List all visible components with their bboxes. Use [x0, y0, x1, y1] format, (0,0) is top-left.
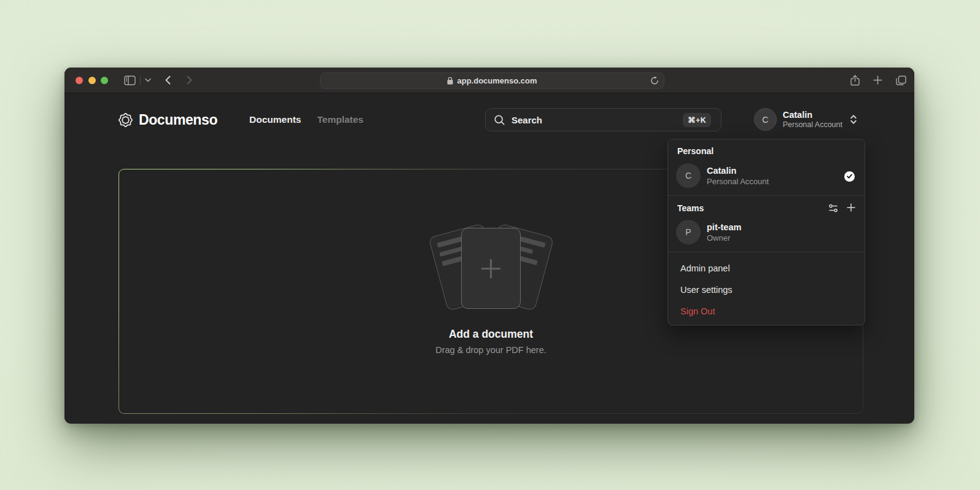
account-menu-trigger[interactable]: C Catalin Personal Account [754, 108, 857, 131]
toolbar-separator [140, 76, 141, 85]
menu-personal-name: Catalin [707, 165, 769, 176]
teams-header: Teams [668, 196, 865, 217]
url-text: app.documenso.com [457, 76, 537, 85]
browser-window: app.documenso.com Documenso Documents Te… [64, 68, 914, 424]
chevrons-up-down-icon [850, 114, 857, 125]
account-name: Catalin [783, 110, 842, 120]
back-button[interactable] [165, 76, 171, 85]
sidebar-toggle-icon[interactable] [124, 76, 136, 85]
nav-templates[interactable]: Templates [317, 114, 364, 125]
menu-teams-label: Teams [677, 203, 828, 213]
avatar: C [754, 108, 777, 131]
documenso-brand[interactable]: Documenso [117, 112, 217, 128]
manage-teams-icon[interactable] [828, 203, 838, 213]
menu-avatar-personal: C [676, 163, 701, 188]
menu-avatar-team: P [676, 220, 701, 244]
forward-button[interactable] [187, 76, 192, 85]
chevron-down-icon[interactable] [145, 78, 151, 82]
menu-item-team[interactable]: P pit-team Owner [668, 217, 865, 252]
tabs-overview-icon[interactable] [896, 76, 906, 85]
lock-icon [447, 77, 453, 85]
brand-wordmark: Documenso [139, 112, 217, 128]
new-tab-icon[interactable] [873, 76, 882, 85]
toolbar-nav-group [165, 76, 192, 85]
account-text: Catalin Personal Account [783, 110, 842, 130]
menu-personal-label: Personal [668, 139, 865, 160]
menu-links-section: Admin panel User settings Sign Out [668, 252, 865, 325]
dropzone-subtitle: Drag & drop your PDF here. [119, 345, 863, 355]
search-shortcut-badge: ⌘+K [683, 113, 711, 127]
close-window-button[interactable] [76, 77, 83, 84]
nav-documents[interactable]: Documents [249, 114, 301, 125]
search-placeholder: Search [511, 115, 542, 125]
maximize-window-button[interactable] [101, 77, 108, 84]
app-page: Documenso Documents Templates Search ⌘+K… [64, 93, 914, 423]
plus-icon [481, 259, 501, 279]
minimize-window-button[interactable] [88, 77, 96, 84]
search-input[interactable]: Search ⌘+K [485, 108, 721, 131]
teams-header-icons [828, 203, 855, 213]
traffic-lights [76, 77, 108, 84]
address-bar[interactable]: app.documenso.com [320, 72, 664, 89]
menu-team-name: pit-team [707, 222, 741, 233]
selected-check-icon [844, 171, 855, 182]
menu-item-text: Catalin Personal Account [707, 165, 769, 187]
add-team-icon[interactable] [847, 203, 855, 213]
toolbar-right-group [850, 75, 906, 86]
menu-personal-subtitle: Personal Account [707, 176, 769, 187]
menu-link-user-settings[interactable]: User settings [668, 279, 865, 300]
menu-item-personal-account[interactable]: C Catalin Personal Account [668, 160, 865, 195]
documenso-logo-icon [117, 112, 134, 128]
dropzone-title: Add a document [119, 328, 863, 341]
menu-item-text: pit-team Owner [707, 222, 741, 243]
search-icon [494, 115, 505, 125]
menu-team-role: Owner [707, 233, 741, 243]
browser-titlebar: app.documenso.com [64, 68, 914, 93]
account-dropdown-menu: Personal C Catalin Personal Account Team… [667, 139, 865, 325]
account-subtitle: Personal Account [783, 120, 842, 130]
card-center [461, 228, 521, 309]
main-nav: Documents Templates [249, 114, 364, 125]
menu-link-sign-out[interactable]: Sign Out [668, 300, 865, 322]
share-icon[interactable] [850, 75, 860, 86]
reload-icon[interactable] [650, 76, 659, 85]
toolbar-sidebar-group [124, 76, 151, 85]
menu-link-admin-panel[interactable]: Admin panel [668, 257, 865, 279]
